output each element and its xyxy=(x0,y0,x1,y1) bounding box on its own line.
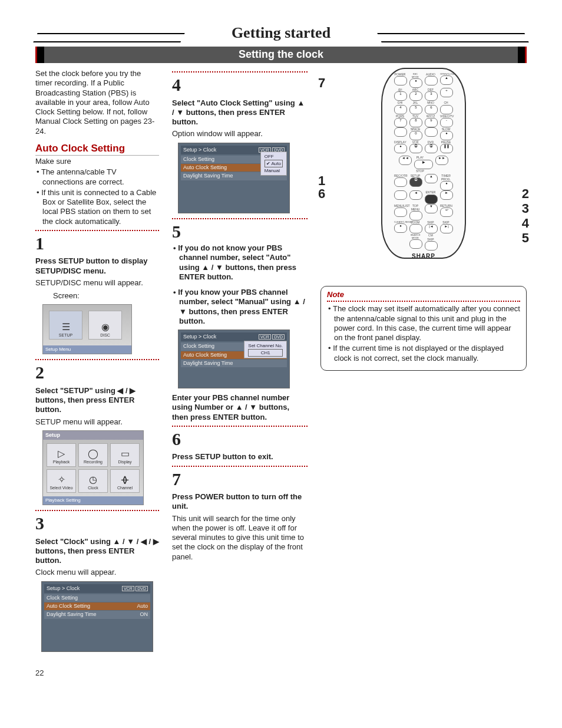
nav-down-button[interactable]: ▼ xyxy=(425,204,438,213)
divider xyxy=(35,230,159,231)
eject-button[interactable]: ▲ xyxy=(440,75,453,85)
setup-button[interactable]: ⦿ xyxy=(409,177,422,187)
play-button[interactable]: ▶ xyxy=(414,160,433,169)
pause-button[interactable]: ❚❚ xyxy=(440,144,453,153)
divider xyxy=(35,359,159,360)
nav-left-button[interactable]: ◄ xyxy=(409,190,422,200)
note-list: The clock may set itself automatically a… xyxy=(327,304,520,363)
divider xyxy=(172,426,308,427)
screenshot-footer: Playback Setting xyxy=(43,496,143,505)
callout-7: 7 xyxy=(318,75,325,91)
step-number: 5 xyxy=(172,220,308,243)
brand-label: SHARP xyxy=(382,253,465,261)
setup-icon: ☰ xyxy=(62,321,70,333)
callout-6: 6 xyxy=(318,186,325,202)
rec-mode-button[interactable]: ● xyxy=(409,78,422,88)
nav-right-button[interactable]: ► xyxy=(440,190,453,200)
dvd-button[interactable]: ⦿ xyxy=(425,144,438,153)
nav-up-button[interactable]: ▲ xyxy=(425,174,438,183)
key-2[interactable]: 2 xyxy=(409,91,422,101)
skip-fwd-button[interactable]: ►| xyxy=(440,224,453,233)
step3-instruction: Select "Clock" using ▲ / ▼ / ◀ / ▶ butto… xyxy=(35,537,159,566)
callout-4: 4 xyxy=(522,215,529,232)
display-button[interactable]: ● xyxy=(394,144,407,153)
step4-body: Option window will appear. xyxy=(172,129,308,139)
note-box: Note The clock may set itself automatica… xyxy=(320,286,527,371)
prereq-list: The antenna/cable TV connections are cor… xyxy=(35,167,159,226)
power-button[interactable] xyxy=(394,76,407,85)
vcr-button[interactable]: ⦿ xyxy=(409,144,422,153)
ch-button[interactable] xyxy=(440,105,453,114)
left-right-icon: ◀ / ▶ xyxy=(117,386,135,395)
key-blank2[interactable] xyxy=(425,127,438,137)
setup-grid-screenshot: Setup ▷Playback ◯Recording ▭Display ✧Sel… xyxy=(42,430,144,505)
page-number: 22 xyxy=(35,668,527,678)
key-5[interactable]: 5 xyxy=(409,105,422,114)
video-icon: ✧ xyxy=(58,474,65,486)
disc-label: DISC xyxy=(100,333,110,338)
menu-list-button[interactable] xyxy=(394,207,407,217)
key-6[interactable]: 6 xyxy=(425,105,438,114)
disc-icon: ◉ xyxy=(101,321,110,333)
step7-instruction: Press POWER button to turn off the unit. xyxy=(172,492,308,512)
top-menu-button[interactable] xyxy=(409,211,422,220)
timer-prog-button[interactable]: ● xyxy=(440,181,453,190)
column-left: Set the clock before you try the timer r… xyxy=(35,68,159,657)
enter-button[interactable] xyxy=(425,195,438,204)
rew-button[interactable]: ◄◄ xyxy=(399,156,412,165)
key-1[interactable]: 1 xyxy=(394,91,407,101)
divider xyxy=(172,71,308,73)
divider xyxy=(172,466,308,467)
list-item: The clock may set itself automatically a… xyxy=(327,304,520,342)
auto-clock-popup-screenshot: Setup > Clock VCR DVD Clock Setting Auto… xyxy=(178,143,290,213)
ff-button[interactable]: ►► xyxy=(435,156,448,165)
slow-button[interactable]: ● xyxy=(440,131,453,140)
key-4[interactable]: 4 xyxy=(394,105,407,114)
key-3[interactable]: 3 xyxy=(425,91,438,101)
step3-body: Clock menu will appear. xyxy=(35,568,159,577)
step1-body: SETUP/DISC menu will appear. xyxy=(35,278,159,288)
zoom-button[interactable] xyxy=(409,224,422,233)
key-0[interactable]: 0 xyxy=(409,131,422,140)
screenshot-footer: Setup Menu xyxy=(43,345,131,354)
clear-button[interactable]: ● xyxy=(394,223,407,233)
remote-diagram: POWER REC MODE● AUDIO OPEN/CLOSE▲ .@/:1 … xyxy=(320,68,527,268)
setup-label: SETUP xyxy=(59,333,72,338)
callout-3: 3 xyxy=(522,200,529,217)
rec-otr-button[interactable] xyxy=(394,177,407,187)
bar-label: Setup xyxy=(45,432,60,439)
key-plus[interactable]: + xyxy=(440,88,453,97)
list-item: The antenna/cable TV connections are cor… xyxy=(35,167,159,187)
key-8[interactable]: 8 xyxy=(409,118,422,127)
intro-text: Set the clock before you try the timer r… xyxy=(35,69,159,136)
step-number: 2 xyxy=(35,361,159,384)
record-icon: ◯ xyxy=(88,448,98,460)
key-blank[interactable] xyxy=(394,127,407,137)
channel-popup: Set Channel No. CH1 xyxy=(244,341,287,358)
step5-tail: Enter your PBS channel number using Numb… xyxy=(172,393,308,422)
step-number: 1 xyxy=(35,232,159,255)
search-mode-button[interactable] xyxy=(409,239,422,249)
osd-title: Setup > Clock xyxy=(47,585,80,592)
note-title: Note xyxy=(327,290,520,299)
rec-monitor-button[interactable] xyxy=(394,190,407,200)
step-number: 4 xyxy=(172,74,308,96)
return-button[interactable]: ↩ xyxy=(440,207,453,217)
divider xyxy=(172,218,308,219)
chapter-header: Getting started xyxy=(35,24,527,43)
skip-back-button[interactable]: |◄ xyxy=(425,224,438,233)
screen-label: Screen: xyxy=(53,291,159,301)
key-9[interactable]: 9 xyxy=(425,118,438,127)
arrow-icons: ▲ / ▼ / ◀ / ▶ xyxy=(113,537,159,546)
list-item: If this unit is connected to a Cable Box… xyxy=(35,188,159,226)
remote-control: POWER REC MODE● AUDIO OPEN/CLOSE▲ .@/:1 … xyxy=(381,68,466,259)
audio-button[interactable] xyxy=(425,76,438,85)
step-number: 7 xyxy=(172,468,308,490)
option-popup: OFF ✔ Auto Manual xyxy=(260,151,287,176)
key-7[interactable]: 7 xyxy=(394,118,407,127)
step5-options: If you do not know your PBS channel numb… xyxy=(172,243,308,282)
make-sure-label: Make sure xyxy=(35,157,159,166)
video-tv-button[interactable]: - xyxy=(440,118,453,127)
cm-skip-button[interactable] xyxy=(425,241,438,251)
clock-menu-screenshot: Setup > Clock VCR DVD Clock Setting Auto… xyxy=(41,581,153,652)
